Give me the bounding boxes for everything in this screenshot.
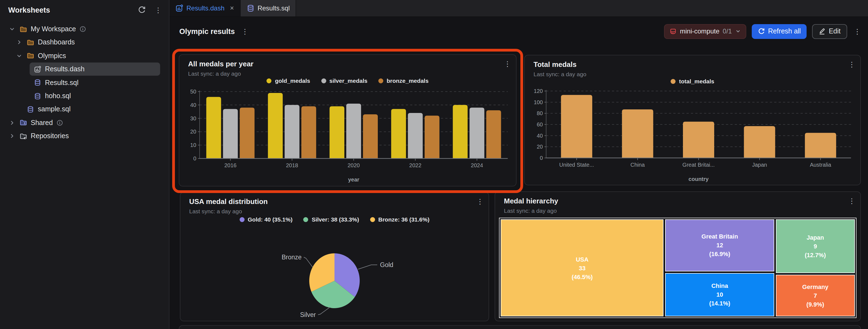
legend-item-silver-38-33-3[interactable]: Silver: 38 (33.3%): [304, 216, 359, 222]
pie-chart-usa-medals: GoldSilverBronze: [182, 227, 488, 320]
bar-bronze-medals-2018: [301, 107, 316, 158]
svg-text:Japan: Japan: [752, 162, 767, 168]
bar-total-medals-japan: [744, 126, 775, 158]
treemap-node-label: Great Britain: [702, 232, 738, 241]
legend-label: Gold: 40 (35.1%): [248, 216, 292, 222]
sidebar-item-label: Olympics: [38, 52, 66, 60]
bar-silver-medals-2024: [470, 108, 485, 158]
treemap-node-japan[interactable]: Japan9(12.7%): [776, 219, 855, 273]
treemap-node-china[interactable]: China10(14.1%): [665, 273, 774, 317]
treemap-node-percent: (16.9%): [709, 250, 731, 259]
legend-dot: [671, 79, 676, 84]
dashboard-icon: [176, 4, 183, 12]
card-menu-icon[interactable]: [504, 60, 510, 67]
refresh-all-button[interactable]: Refresh all: [751, 24, 807, 39]
legend-item-total-medals[interactable]: total_medals: [671, 78, 714, 85]
sidebar-item-shared[interactable]: Shared: [0, 116, 169, 129]
refresh-icon[interactable]: [137, 5, 146, 14]
legend-label: gold_medals: [275, 77, 310, 84]
repo-icon: [20, 132, 27, 140]
bar-bronze-medals-2016: [240, 108, 254, 158]
main-area: Results.dashResults.sql Olympic results …: [169, 0, 868, 329]
legend-item-bronze-36-31-6[interactable]: Bronze: 36 (31.6%): [370, 216, 430, 222]
tab-results-dash[interactable]: Results.dash: [169, 0, 241, 17]
chart-legend: Gold: 40 (35.1%)Silver: 38 (33.3%)Bronze…: [180, 216, 489, 222]
legend-item-gold-medals[interactable]: gold_medals: [267, 77, 310, 84]
chevron-right-icon[interactable]: [16, 39, 23, 46]
bar-silver-medals-2018: [285, 105, 300, 158]
card-usa-medal-distribution: USA medal distribution Last sync: a day …: [180, 192, 489, 321]
card-last-sync: Last sync: a day ago: [533, 71, 586, 77]
sidebar-item-results-dash[interactable]: Results.dash: [30, 62, 160, 76]
chevron-right-icon[interactable]: [9, 133, 16, 139]
dashboard-menu-icon[interactable]: [242, 28, 248, 35]
treemap-node-value: 12: [716, 241, 723, 250]
info-icon[interactable]: [57, 120, 63, 126]
pie-label-silver: Silver: [300, 311, 316, 318]
tab-results-sql[interactable]: Results.sql: [241, 0, 296, 17]
sidebar-item-my-workspace[interactable]: My Workspace: [0, 23, 169, 36]
sidebar-menu-icon[interactable]: [155, 6, 161, 13]
edit-button[interactable]: Edit: [812, 24, 847, 39]
chart-legend: gold_medalssilver_medalsbronze_medals: [179, 77, 516, 84]
legend-label: bronze_medals: [386, 77, 429, 84]
sidebar-item-label: Results.dash: [45, 65, 85, 73]
folder-icon: [27, 52, 34, 59]
chart-legend: total_medals: [525, 78, 860, 85]
worksheets-sidebar: Worksheets My WorkspaceDashboardsOlympic…: [0, 0, 169, 329]
card-last-sync: Last sync: a day ago: [188, 70, 241, 77]
treemap-node-usa[interactable]: USA33(46.5%): [501, 219, 664, 317]
shared-icon: [20, 119, 27, 126]
sidebar-item-dashboards[interactable]: Dashboards: [0, 36, 169, 49]
bar-bronze-medals-2020: [363, 114, 378, 158]
compute-selector[interactable]: mini-compute 0/1: [664, 24, 746, 39]
card-menu-icon[interactable]: [476, 198, 483, 205]
bar-gold-medals-2020: [330, 107, 344, 158]
svg-text:Australia: Australia: [810, 162, 832, 168]
sidebar-header: Worksheets: [0, 0, 169, 18]
legend-item-bronze-medals[interactable]: bronze_medals: [378, 77, 429, 84]
pie-label-gold: Gold: [380, 261, 394, 268]
sidebar-item-repositories[interactable]: Repositories: [0, 129, 169, 143]
database-icon: [246, 4, 254, 12]
svg-text:20: 20: [190, 128, 196, 134]
dashboard-title: Olympic results: [179, 27, 235, 35]
sidebar-item-olympics[interactable]: Olympics: [0, 49, 169, 62]
info-icon[interactable]: [80, 26, 86, 32]
chevron-down-icon[interactable]: [16, 53, 23, 59]
card-title: All medals per year: [188, 60, 253, 68]
bar-gold-medals-2016: [206, 97, 221, 158]
svg-text:40: 40: [190, 102, 196, 108]
legend-item-silver-medals[interactable]: silver_medals: [321, 77, 367, 84]
legend-item-gold-40-35-1[interactable]: Gold: 40 (35.1%): [240, 216, 292, 222]
svg-text:0: 0: [193, 155, 196, 161]
bar-gold-medals-2022: [391, 109, 406, 158]
sidebar-item-hoho-sql[interactable]: hoho.sql: [0, 89, 169, 102]
chevron-down-icon[interactable]: [9, 26, 16, 32]
legend-dot: [267, 78, 272, 83]
bar-silver-medals-2022: [408, 113, 423, 158]
svg-text:50: 50: [190, 89, 196, 95]
database-icon: [34, 79, 41, 86]
header-menu-icon[interactable]: [854, 28, 860, 35]
svg-text:0: 0: [540, 155, 543, 161]
sidebar-item-results-sql[interactable]: Results.sql: [0, 76, 169, 89]
bar-total-medals-australia: [805, 133, 836, 158]
legend-dot: [370, 217, 375, 222]
card-menu-icon[interactable]: [848, 198, 855, 205]
treemap-node-great-britain[interactable]: Great Britain12(16.9%): [665, 219, 774, 271]
svg-text:United State...: United State...: [559, 162, 594, 168]
app-window: Worksheets My WorkspaceDashboardsOlympic…: [0, 0, 868, 329]
card-menu-icon[interactable]: [848, 61, 855, 68]
card-title: USA medal distribution: [189, 198, 268, 206]
sidebar-item-sample-sql[interactable]: sample.sql: [0, 103, 169, 116]
treemap-node-germany[interactable]: Germany7(9.9%): [776, 275, 855, 317]
treemap-node-percent: (46.5%): [571, 272, 593, 281]
close-icon[interactable]: [230, 4, 234, 12]
bar-silver-medals-2016: [223, 109, 238, 158]
database-icon: [27, 106, 34, 113]
svg-text:120: 120: [534, 88, 543, 94]
treemap-node-label: Japan: [807, 233, 824, 242]
chevron-right-icon[interactable]: [9, 120, 16, 126]
treemap-node-label: China: [711, 281, 728, 290]
